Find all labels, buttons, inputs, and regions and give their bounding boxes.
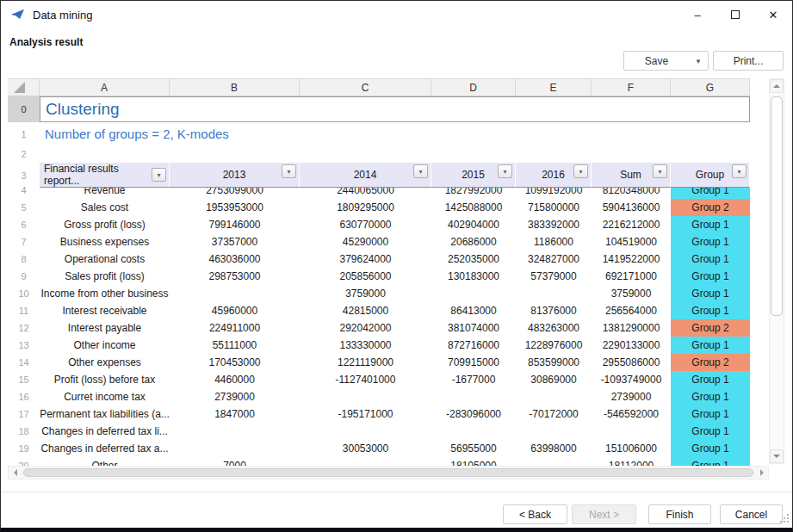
- row-label[interactable]: Gross profit (loss): [40, 216, 170, 233]
- save-dropdown-icon[interactable]: ▾: [689, 57, 708, 65]
- row-label[interactable]: Income from other business: [40, 285, 170, 302]
- row-number[interactable]: 19: [8, 440, 40, 457]
- cell-value[interactable]: 18105000: [431, 457, 516, 466]
- cell-value[interactable]: 1953953000: [170, 199, 300, 216]
- row-header-0[interactable]: 0: [8, 96, 40, 122]
- group-cell[interactable]: Group 1: [671, 440, 750, 457]
- cell-value[interactable]: 30869000: [516, 371, 592, 388]
- row-number[interactable]: 18: [8, 423, 40, 440]
- group-cell[interactable]: Group 1: [671, 285, 750, 302]
- finish-button[interactable]: Finish: [648, 504, 711, 524]
- header-cell-2013[interactable]: 2013 ▾: [170, 163, 300, 188]
- maximize-icon[interactable]: [716, 1, 754, 28]
- row-label[interactable]: Sales profit (loss): [40, 268, 170, 285]
- cell-value[interactable]: 104519000: [592, 233, 671, 251]
- column-letter-c[interactable]: C: [300, 78, 431, 96]
- cell-value[interactable]: 715800000: [516, 199, 592, 216]
- cell-value[interactable]: 205856000: [300, 268, 431, 285]
- back-button[interactable]: < Back: [503, 504, 567, 524]
- row-header-2[interactable]: 2: [8, 145, 40, 163]
- cell-value[interactable]: [516, 285, 592, 302]
- cell-value[interactable]: 1228976000: [516, 337, 592, 354]
- header-cell-2015[interactable]: 2015 ▾: [431, 163, 516, 188]
- cell-value[interactable]: 4460000: [170, 371, 300, 388]
- cell-value[interactable]: -283096000: [431, 405, 516, 423]
- sheet-title-cell[interactable]: Clustering: [40, 96, 750, 122]
- cell-value[interactable]: 133330000: [300, 337, 431, 354]
- horizontal-scroll-thumb[interactable]: [23, 468, 753, 477]
- cell-value[interactable]: 402904000: [431, 216, 516, 233]
- filter-dropdown-icon[interactable]: ▾: [413, 164, 428, 178]
- group-cell[interactable]: Group 2: [671, 319, 750, 337]
- group-cell[interactable]: Group 1: [671, 337, 750, 354]
- minimize-icon[interactable]: –: [678, 1, 716, 28]
- cell-value[interactable]: -1093749000: [592, 371, 671, 388]
- row-number[interactable]: 8: [8, 251, 40, 268]
- cell-value[interactable]: 872716000: [431, 337, 516, 354]
- cell-value[interactable]: 81376000: [516, 302, 592, 319]
- row-label[interactable]: Sales cost: [40, 199, 170, 216]
- group-cell[interactable]: Group 1: [671, 423, 750, 440]
- cancel-button[interactable]: Cancel: [720, 504, 783, 524]
- scroll-left-icon[interactable]: [9, 467, 22, 479]
- row-number[interactable]: 4: [8, 182, 40, 199]
- cell-value[interactable]: 151006000: [592, 440, 671, 457]
- cell-value[interactable]: 130183000: [431, 268, 516, 285]
- resize-grip[interactable]: [779, 513, 789, 523]
- cell-value[interactable]: [516, 423, 592, 440]
- row-label[interactable]: Permanent tax liabilities (a...: [40, 405, 170, 423]
- group-cell[interactable]: Group 1: [671, 302, 750, 319]
- column-letter-d[interactable]: D: [431, 78, 516, 96]
- cell-value[interactable]: 483263000: [516, 319, 592, 337]
- cell-value[interactable]: [431, 423, 516, 440]
- sheet-subtitle-cell[interactable]: Number of groups = 2, K-modes: [40, 122, 750, 145]
- filter-dropdown-icon[interactable]: ▾: [498, 164, 512, 178]
- row-number[interactable]: 17: [8, 405, 40, 423]
- row-number[interactable]: 16: [8, 388, 40, 405]
- filter-dropdown-icon[interactable]: ▾: [732, 164, 747, 178]
- cell-value[interactable]: 2290133000: [592, 337, 671, 354]
- cell-value[interactable]: 63998000: [516, 440, 592, 457]
- cell-value[interactable]: 45960000: [170, 302, 300, 319]
- cell-value[interactable]: 1419522000: [592, 251, 671, 268]
- cell-value[interactable]: 7000: [170, 457, 300, 466]
- row-label[interactable]: Interest payable: [40, 319, 170, 337]
- row-number[interactable]: 10: [8, 285, 40, 302]
- cell-value[interactable]: 630770000: [300, 216, 431, 233]
- scroll-up-icon[interactable]: [770, 79, 784, 93]
- cell-value[interactable]: -546592000: [592, 405, 671, 423]
- header-cell-report[interactable]: Financial results report... ▾: [40, 163, 170, 188]
- cell-value[interactable]: [170, 285, 300, 302]
- row-number[interactable]: 5: [8, 199, 40, 216]
- cell-value[interactable]: 463036000: [170, 251, 300, 268]
- cell-value[interactable]: 57379000: [516, 268, 592, 285]
- cell-value[interactable]: 56955000: [431, 440, 516, 457]
- horizontal-scrollbar[interactable]: [8, 466, 769, 479]
- column-letter-e[interactable]: E: [516, 78, 592, 96]
- cell-value[interactable]: 3759000: [300, 285, 431, 302]
- row-label[interactable]: Interest receivable: [40, 302, 170, 319]
- row-label[interactable]: Other income: [40, 337, 170, 354]
- scroll-down-icon[interactable]: [770, 449, 784, 463]
- row-number[interactable]: 15: [8, 371, 40, 388]
- cell-value[interactable]: [300, 423, 431, 440]
- column-letter-b[interactable]: B: [170, 78, 300, 96]
- row-number[interactable]: 11: [8, 302, 40, 319]
- cell-value[interactable]: 45290000: [300, 233, 431, 251]
- column-letter-f[interactable]: F: [592, 78, 671, 96]
- cell-value[interactable]: 252035000: [431, 251, 516, 268]
- cell-value[interactable]: 224911000: [170, 319, 300, 337]
- cell-value[interactable]: [431, 285, 516, 302]
- row-label[interactable]: Business expenses: [40, 233, 170, 251]
- filter-dropdown-icon[interactable]: ▾: [152, 168, 166, 182]
- cell-value[interactable]: 2739000: [592, 388, 671, 405]
- vertical-scroll-thumb[interactable]: [771, 96, 783, 316]
- cell-value[interactable]: 853599000: [516, 354, 592, 371]
- row-number[interactable]: 14: [8, 354, 40, 371]
- cell-value[interactable]: 2955086000: [592, 354, 671, 371]
- close-icon[interactable]: ✕: [754, 1, 792, 28]
- cell-value[interactable]: [300, 457, 431, 466]
- cell-value[interactable]: -1677000: [431, 371, 516, 388]
- column-letter-g[interactable]: G: [671, 78, 750, 96]
- cell-value[interactable]: [516, 457, 592, 466]
